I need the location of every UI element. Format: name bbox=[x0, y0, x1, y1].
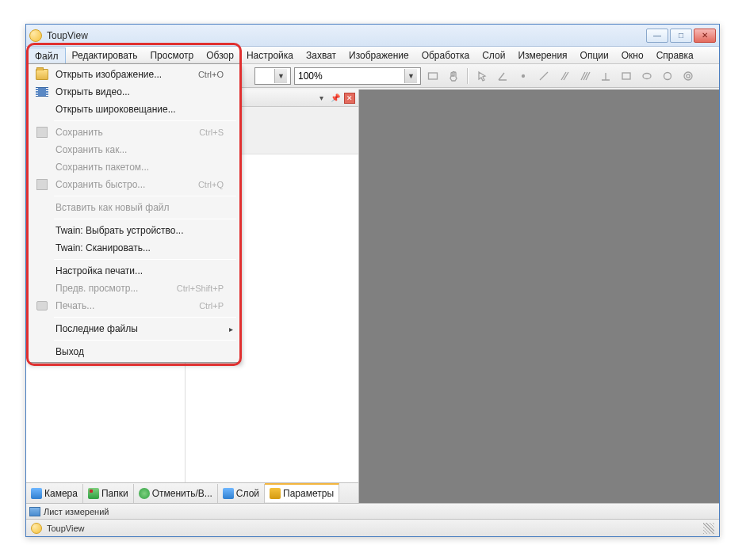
status-app-icon bbox=[31, 523, 42, 534]
menu-browse[interactable]: Обзор bbox=[200, 47, 240, 63]
chevron-down-icon: ▼ bbox=[404, 69, 417, 83]
menu-capture[interactable]: Захват bbox=[300, 47, 342, 63]
zoom-combo[interactable]: 100% ▼ bbox=[294, 67, 421, 85]
ring-tool-icon[interactable] bbox=[679, 67, 697, 85]
parallel-tool-icon[interactable] bbox=[556, 67, 573, 85]
ellipse-tool-icon[interactable] bbox=[638, 67, 656, 85]
tab-label: Камера bbox=[44, 488, 78, 499]
pane-close-button[interactable]: ✕ bbox=[344, 93, 355, 104]
pointer-tool-icon[interactable] bbox=[473, 67, 491, 85]
tab-layer[interactable]: Слой bbox=[218, 484, 265, 503]
menu-edit[interactable]: Редактировать bbox=[66, 47, 144, 63]
status-text: ToupView bbox=[47, 524, 698, 533]
menu-separator bbox=[54, 219, 236, 219]
menu-save-quick: Сохранить быстро... Ctrl+Q bbox=[30, 176, 238, 193]
menu-print-preview: Предв. просмотр... Ctrl+Shift+P bbox=[30, 280, 238, 297]
parameters-icon bbox=[270, 488, 281, 499]
rectangle-tool-icon[interactable] bbox=[424, 67, 442, 85]
statusbar: ToupView bbox=[26, 519, 719, 536]
menu-process[interactable]: Обработка bbox=[415, 47, 476, 63]
save-icon bbox=[36, 127, 48, 138]
tab-label: Отменить/В... bbox=[152, 488, 212, 499]
menu-help[interactable]: Справка bbox=[650, 47, 700, 63]
menu-separator bbox=[54, 120, 236, 121]
pin-icon[interactable]: 📌 bbox=[330, 93, 341, 104]
menu-options[interactable]: Опции bbox=[574, 47, 615, 63]
unit-combo[interactable]: ▼ bbox=[254, 67, 291, 85]
menu-layer[interactable]: Слой bbox=[476, 47, 511, 63]
file-menu-dropdown: Открыть изображение... Ctrl+O Открыть ви… bbox=[28, 63, 240, 363]
tab-label: Папки bbox=[101, 488, 128, 499]
menu-recent-files[interactable]: Последние файлы bbox=[30, 320, 238, 337]
svg-rect-0 bbox=[429, 73, 438, 79]
menu-setup[interactable]: Настройка bbox=[240, 47, 300, 63]
menu-paste-new: Вставить как новый файл bbox=[30, 199, 238, 216]
tab-undo[interactable]: Отменить/В... bbox=[134, 484, 218, 503]
menu-file[interactable]: Файл bbox=[28, 48, 66, 63]
canvas-area[interactable] bbox=[359, 90, 719, 503]
menu-open-image[interactable]: Открыть изображение... Ctrl+O bbox=[30, 66, 238, 83]
close-button[interactable]: ✕ bbox=[694, 29, 716, 43]
window-title: ToupView bbox=[47, 30, 646, 41]
printer-icon bbox=[36, 301, 48, 310]
menu-window[interactable]: Окно bbox=[615, 47, 650, 63]
menu-print-setup[interactable]: Настройка печати... bbox=[30, 262, 238, 280]
svg-point-6 bbox=[687, 74, 690, 77]
point-tool-icon[interactable] bbox=[515, 67, 532, 85]
menu-twain-select[interactable]: Twain: Выбрать устройство... bbox=[30, 222, 238, 239]
bottom-tabstrip: Лист измерений bbox=[26, 503, 719, 519]
svg-rect-2 bbox=[622, 73, 630, 79]
svg-point-5 bbox=[684, 72, 692, 80]
film-icon bbox=[36, 87, 48, 97]
folder-open-icon bbox=[36, 69, 48, 80]
app-icon bbox=[29, 29, 42, 42]
sheet-icon bbox=[29, 507, 40, 516]
layer-icon bbox=[223, 488, 234, 499]
tab-camera[interactable]: Камера bbox=[26, 484, 83, 503]
menu-open-broadcast[interactable]: Открыть широковещание... bbox=[30, 101, 238, 118]
pane-tabs: Камера Папки Отменить/В... Слой Параметр… bbox=[26, 482, 358, 503]
menu-view[interactable]: Просмотр bbox=[143, 47, 200, 63]
svg-point-1 bbox=[522, 74, 525, 77]
svg-point-3 bbox=[643, 73, 651, 78]
menu-print: Печать... Ctrl+P bbox=[30, 297, 238, 314]
circle-tool-icon[interactable] bbox=[659, 67, 676, 85]
quicksave-icon bbox=[36, 179, 48, 190]
menu-separator bbox=[54, 196, 236, 196]
chevron-down-icon: ▼ bbox=[274, 69, 287, 83]
menubar: Файл Редактировать Просмотр Обзор Настро… bbox=[26, 47, 719, 64]
menu-separator bbox=[54, 317, 236, 318]
svg-point-4 bbox=[664, 72, 671, 79]
maximize-button[interactable]: □ bbox=[670, 29, 692, 43]
camera-icon bbox=[31, 488, 42, 499]
menu-save-batch: Сохранить пакетом... bbox=[30, 158, 238, 176]
resize-grip-icon[interactable] bbox=[703, 523, 714, 534]
menu-measure[interactable]: Измерения bbox=[511, 47, 573, 63]
menu-image[interactable]: Изображение bbox=[342, 47, 415, 63]
menu-open-video[interactable]: Открыть видео... bbox=[30, 83, 238, 101]
menu-separator bbox=[54, 340, 236, 341]
menu-exit[interactable]: Выход bbox=[30, 343, 238, 360]
undo-icon bbox=[139, 488, 150, 499]
menu-save-as: Сохранить как... bbox=[30, 141, 238, 158]
menu-twain-scan[interactable]: Twain: Сканировать... bbox=[30, 239, 238, 257]
tab-label: Параметры bbox=[283, 488, 334, 499]
rect-tool-icon[interactable] bbox=[618, 67, 635, 85]
pane-dropdown-icon[interactable]: ▾ bbox=[316, 93, 327, 104]
multiline-tool-icon[interactable] bbox=[576, 67, 594, 85]
tab-folders[interactable]: Папки bbox=[83, 484, 134, 503]
hand-tool-icon[interactable] bbox=[445, 67, 462, 85]
window-buttons: — □ ✕ bbox=[646, 29, 716, 43]
minimize-button[interactable]: — bbox=[646, 29, 668, 43]
perpendicular-tool-icon[interactable] bbox=[597, 67, 614, 85]
menu-separator bbox=[54, 259, 236, 260]
menu-save: Сохранить Ctrl+S bbox=[30, 124, 238, 141]
angle-tool-icon[interactable] bbox=[494, 67, 511, 85]
zoom-value: 100% bbox=[298, 70, 323, 82]
tab-parameters[interactable]: Параметры bbox=[265, 483, 339, 502]
titlebar: ToupView — □ ✕ bbox=[26, 25, 719, 47]
bottom-tab-label[interactable]: Лист измерений bbox=[44, 507, 109, 516]
tab-label: Слой bbox=[236, 488, 259, 499]
toolbar-separator bbox=[467, 68, 469, 84]
line-tool-icon[interactable] bbox=[535, 67, 553, 85]
